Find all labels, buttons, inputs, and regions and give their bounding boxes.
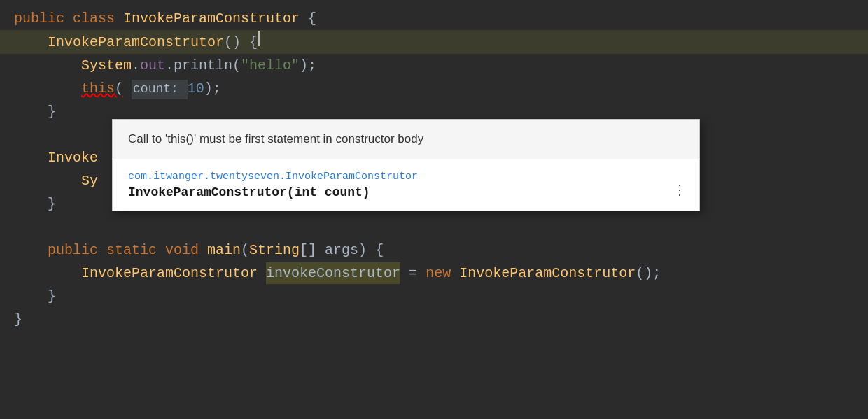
sy-partial: Sy <box>81 170 98 192</box>
param-value: 10 <box>188 78 204 99</box>
main-method: main <box>207 239 241 261</box>
string-class: String <box>249 239 300 261</box>
keyword-new: new <box>426 262 459 284</box>
constructor-name: InvokeParamConstrutor <box>48 31 224 53</box>
system-class: System <box>81 55 132 76</box>
out-field: out <box>140 55 165 76</box>
code-line-4: this( count: 10); <box>0 77 868 100</box>
this-keyword: this <box>81 78 115 99</box>
code-line-3: System.out.println("hello"); <box>0 54 868 77</box>
code-line-14: } <box>0 308 868 331</box>
keyword-public: public <box>14 8 73 29</box>
keyword-class: class <box>73 8 123 29</box>
indent <box>14 31 48 53</box>
code-line-13: } <box>0 285 868 308</box>
new-instance: InvokeParamConstrutor <box>459 262 636 284</box>
code-line-2: InvokeParamConstrutor() { <box>0 30 868 54</box>
suggestion-section[interactable]: com.itwanger.twentyseven.InvokeParamCons… <box>113 159 699 211</box>
text-cursor <box>258 31 260 46</box>
variable-name: invokeConstrutor <box>266 262 400 284</box>
code-line-10 <box>0 215 868 239</box>
keyword-void: void <box>165 239 207 261</box>
string-hello: "hello" <box>241 55 300 76</box>
param-hint: count: <box>132 80 188 99</box>
keyword-public2: public <box>48 239 106 261</box>
class-name: InvokeParamConstrutor <box>123 8 300 29</box>
error-text: Call to 'this()' must be first statement… <box>128 132 424 145</box>
this-paren: ( <box>115 78 123 99</box>
code-line-11: public static void main(String[] args) { <box>0 239 868 262</box>
code-editor[interactable]: public class InvokeParamConstrutor { Inv… <box>0 0 868 419</box>
keyword-static: static <box>106 239 165 261</box>
code-line-1: public class InvokeParamConstrutor { <box>0 7 868 30</box>
code-line-12: InvokeParamConstrutor invokeConstrutor =… <box>0 262 868 285</box>
error-popup: Call to 'this()' must be first statement… <box>112 119 700 211</box>
type-name: InvokeParamConstrutor <box>81 262 258 284</box>
package-path: com.itwanger.twentyseven.InvokeParamCons… <box>128 171 684 183</box>
constructor-signature: InvokeParamConstrutor(int count) <box>128 185 684 199</box>
invoke-partial: Invoke <box>48 147 98 169</box>
more-options-icon[interactable]: ⋮ <box>673 181 687 198</box>
error-message-section: Call to 'this()' must be first statement… <box>113 120 699 159</box>
